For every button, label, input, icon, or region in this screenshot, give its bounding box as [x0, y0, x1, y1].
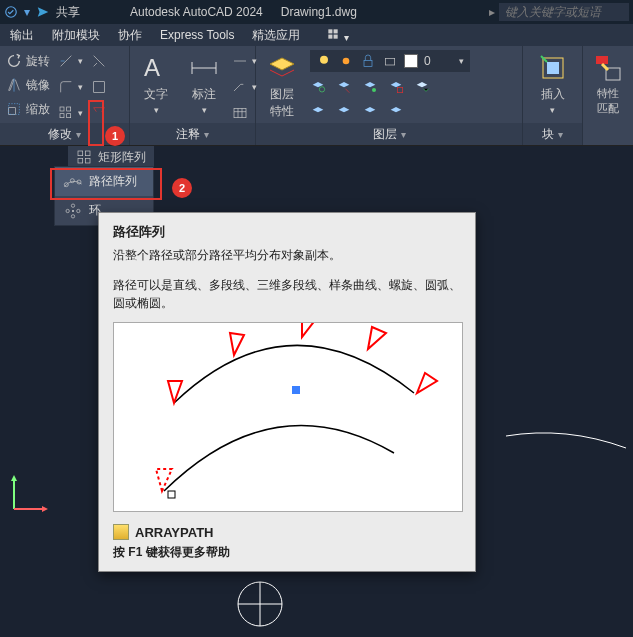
- layer-dropdown[interactable]: 0 ▾: [310, 50, 470, 72]
- tab-overflow-icon[interactable]: ▾: [326, 27, 348, 44]
- tab-addins[interactable]: 附加模块: [52, 27, 100, 44]
- scale-button[interactable]: 缩放: [6, 98, 50, 120]
- tooltip-title: 路径阵列: [113, 223, 461, 241]
- trim-button[interactable]: ▾: [58, 50, 83, 72]
- tab-collaborate[interactable]: 协作: [118, 27, 142, 44]
- modify-tool-1[interactable]: [91, 50, 107, 72]
- layer-tool-6[interactable]: [310, 103, 326, 119]
- panel-modify-label: 修改: [48, 127, 72, 141]
- mirror-button[interactable]: 镜像: [6, 74, 50, 96]
- tooltip: 路径阵列 沿整个路径或部分路径平均分布对象副本。 路径可以是直线、多段线、三维多…: [98, 212, 476, 572]
- svg-rect-4: [334, 34, 338, 38]
- insert-button[interactable]: 插入▾: [533, 50, 573, 115]
- svg-rect-36: [85, 158, 90, 163]
- sun-icon: [338, 53, 354, 69]
- share-label: 共享: [56, 4, 80, 21]
- layer-tool-5[interactable]: [414, 78, 430, 94]
- text-button[interactable]: A 文字▾: [136, 50, 176, 115]
- print-icon: [382, 53, 398, 69]
- command-icon: [113, 524, 129, 540]
- tab-output[interactable]: 输出: [10, 27, 34, 44]
- svg-rect-25: [385, 58, 394, 65]
- svg-rect-2: [334, 29, 338, 33]
- badge-1: 1: [105, 126, 125, 146]
- svg-point-41: [77, 209, 80, 212]
- svg-rect-30: [547, 62, 559, 74]
- share-icon: [36, 5, 50, 19]
- svg-rect-12: [94, 82, 105, 93]
- dimension-button[interactable]: 标注▾: [184, 50, 224, 115]
- lock-icon: [360, 53, 376, 69]
- svg-rect-8: [60, 107, 64, 111]
- svg-point-40: [71, 204, 74, 207]
- svg-rect-7: [9, 104, 20, 115]
- tooltip-command: ARRAYPATH: [113, 524, 461, 540]
- modify-tool-2[interactable]: [91, 76, 107, 98]
- array-button[interactable]: ▾: [58, 102, 83, 124]
- svg-point-27: [372, 88, 376, 92]
- svg-rect-9: [67, 107, 71, 111]
- rect-array-icon: [76, 149, 92, 165]
- autosave-icon: [4, 5, 18, 19]
- layer-properties-button[interactable]: 图层 特性: [262, 50, 302, 120]
- modify-tool-3[interactable]: [91, 102, 107, 124]
- tooltip-desc-2: 路径可以是直线、多段线、三维多段线、样条曲线、螺旋、圆弧、圆或椭圆。: [113, 276, 461, 312]
- svg-rect-6: [9, 108, 16, 115]
- svg-rect-11: [67, 114, 71, 118]
- bulb-icon: [316, 53, 332, 69]
- svg-rect-51: [168, 491, 175, 498]
- annotate-tool-2[interactable]: ▾: [232, 76, 257, 98]
- panel-block: 插入▾ 块▾: [523, 46, 583, 145]
- svg-rect-24: [364, 60, 372, 66]
- badge-2: 2: [172, 178, 192, 198]
- match-properties-button[interactable]: 特性 匹配: [588, 50, 628, 116]
- svg-rect-31: [596, 56, 608, 64]
- layer-tool-4[interactable]: [388, 78, 404, 94]
- share-button[interactable]: ▾ 共享: [4, 4, 80, 21]
- ribbon: 旋转 镜像 缩放 ▾ ▾ ▾ 修改▾ A 文字▾: [0, 46, 633, 146]
- tooltip-image: [113, 322, 463, 512]
- rect-array-row[interactable]: 矩形阵列: [68, 146, 154, 168]
- tooltip-f1: 按 F1 键获得更多帮助: [113, 544, 461, 561]
- svg-rect-1: [329, 29, 333, 33]
- layer-tool-8[interactable]: [362, 103, 378, 119]
- panel-annotate-label: 注释: [176, 127, 200, 141]
- tab-featured-apps[interactable]: 精选应用: [252, 27, 300, 44]
- table-button[interactable]: [232, 102, 248, 124]
- svg-point-22: [320, 56, 328, 64]
- layer-tool-9[interactable]: [388, 103, 404, 119]
- svg-text:A: A: [144, 54, 160, 81]
- layer-tool-2[interactable]: [336, 78, 352, 94]
- search-input[interactable]: [499, 3, 629, 21]
- tab-express-tools[interactable]: Express Tools: [160, 28, 234, 42]
- svg-rect-28: [397, 87, 402, 92]
- tooltip-desc-1: 沿整个路径或部分路径平均分布对象副本。: [113, 247, 461, 264]
- panel-block-label: 块: [542, 127, 554, 141]
- layer-tool-1[interactable]: [310, 78, 326, 94]
- rotate-button[interactable]: 旋转: [6, 50, 50, 72]
- help-dropdown-icon[interactable]: ▸: [489, 5, 495, 19]
- svg-point-23: [343, 58, 350, 65]
- svg-point-44: [72, 210, 74, 212]
- svg-rect-34: [85, 151, 90, 156]
- layer-tool-3[interactable]: [362, 78, 378, 94]
- svg-rect-33: [78, 151, 83, 156]
- app-title: Autodesk AutoCAD 2024: [130, 5, 263, 19]
- svg-rect-18: [234, 108, 246, 117]
- rect-array-label: 矩形阵列: [98, 149, 146, 166]
- document-name: Drawing1.dwg: [281, 5, 357, 19]
- svg-rect-3: [329, 34, 333, 38]
- fillet-button[interactable]: ▾: [58, 76, 83, 98]
- title-bar: ▾ 共享 Autodesk AutoCAD 2024 Drawing1.dwg …: [0, 0, 633, 24]
- tab-bar: 输出 附加模块 协作 Express Tools 精选应用 ▾: [0, 24, 633, 46]
- leader-button[interactable]: ▾: [232, 50, 257, 72]
- polar-array-icon: [63, 203, 83, 219]
- panel-annotate: A 文字▾ 标注▾ ▾ ▾ 注释▾: [130, 46, 256, 145]
- svg-point-26: [319, 87, 324, 92]
- svg-point-43: [66, 209, 69, 212]
- layer-color-swatch: [404, 54, 418, 68]
- panel-properties: 特性 匹配: [583, 46, 633, 145]
- path-array-icon: [63, 174, 83, 190]
- path-array-item[interactable]: 路径阵列: [55, 167, 153, 196]
- layer-tool-7[interactable]: [336, 103, 352, 119]
